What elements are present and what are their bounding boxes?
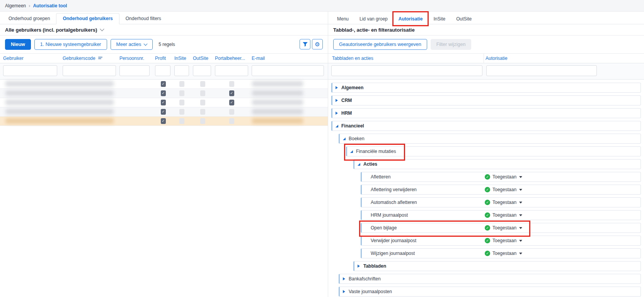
insite-checkbox[interactable]	[179, 109, 184, 115]
tree-node-afletteren[interactable]: Afletteren ✓ Toegestaan	[361, 172, 641, 182]
tree-node-boeken[interactable]: Boeken	[339, 134, 641, 144]
filter-button[interactable]	[300, 39, 310, 49]
filter-input-profit[interactable]	[155, 65, 170, 76]
filter-input-insite[interactable]	[174, 65, 189, 76]
profit-checkbox[interactable]	[161, 100, 166, 105]
tree-node-vaste-journaalposten[interactable]: Vaste journaalposten	[339, 287, 641, 297]
table-row[interactable]	[0, 80, 328, 89]
tab-onderhoud-groepen[interactable]: Onderhoud groepen	[2, 14, 56, 24]
new-button[interactable]: Nieuw	[5, 39, 31, 50]
chevron-expanded-icon[interactable]	[350, 150, 355, 153]
table-row[interactable]	[0, 89, 328, 98]
filter-input-gebruikerscode[interactable]	[63, 65, 116, 76]
portalbeheer-checkbox[interactable]	[229, 109, 234, 115]
chevron-right-icon[interactable]	[336, 112, 340, 115]
chevron-right-icon[interactable]	[343, 277, 348, 280]
tree-node-open-bijlage[interactable]: Open bijlage ✓ Toegestaan	[361, 223, 641, 233]
filter-input-persoonsnr[interactable]	[119, 65, 150, 76]
authorization-dropdown[interactable]: ✓ Toegestaan	[485, 174, 522, 180]
tree-node-hrm[interactable]: HRM	[331, 108, 641, 118]
outsite-checkbox[interactable]	[200, 118, 205, 124]
chevron-right-icon[interactable]	[336, 86, 340, 89]
show-authorized-users-button[interactable]: Geautoriseerde gebruikers weergeven	[333, 39, 427, 50]
chevron-expanded-icon[interactable]	[343, 137, 348, 140]
tree-node-aflettering-verwijderen[interactable]: Aflettering verwijderen ✓ Toegestaan	[361, 185, 641, 195]
column-header-insite[interactable]: InSite	[174, 56, 189, 61]
authorization-dropdown[interactable]: ✓ Toegestaan	[485, 187, 522, 192]
chevron-right-icon[interactable]	[358, 265, 362, 268]
authorization-dropdown[interactable]: ✓ Toegestaan	[485, 225, 522, 231]
column-header-email[interactable]: E-mail	[252, 56, 324, 61]
authorization-dropdown[interactable]: ✓ Toegestaan	[485, 200, 522, 205]
outsite-checkbox[interactable]	[200, 81, 205, 87]
tree-node-crm[interactable]: CRM	[331, 95, 641, 105]
tab-autorisatie[interactable]: Autorisatie	[395, 14, 427, 24]
filter-input-email[interactable]	[252, 65, 324, 76]
tree-node-bankafschriften[interactable]: Bankafschriften	[339, 274, 641, 284]
insite-checkbox[interactable]	[179, 90, 184, 96]
portalbeheer-checkbox[interactable]	[229, 118, 234, 124]
column-header-autorisatie[interactable]: Autorisatie	[486, 56, 508, 61]
chevron-expanded-icon[interactable]	[358, 163, 362, 166]
tab-insite[interactable]: InSite	[429, 14, 449, 24]
filter-input-outsite[interactable]	[193, 65, 211, 76]
view-selector[interactable]: Alle gebruikers (incl. portalgebruikers)	[0, 24, 328, 36]
outsite-checkbox[interactable]	[200, 109, 205, 115]
new-system-user-button[interactable]: 1. Nieuwe systeemgebruiker	[34, 39, 107, 50]
profit-checkbox[interactable]	[161, 118, 166, 124]
tree-node-wijzigen-journaalpost[interactable]: Wijzigen journaalpost ✓ Toegestaan	[361, 248, 641, 258]
column-header-gebruikerscode[interactable]: Gebruikerscode	[63, 56, 116, 61]
tab-onderhoud-filters[interactable]: Onderhoud filters	[119, 14, 167, 24]
profit-checkbox[interactable]	[161, 90, 166, 96]
tree-node-hrm-journaalpost[interactable]: HRM journaalpost ✓ Toegestaan	[361, 210, 641, 220]
table-row[interactable]	[0, 107, 328, 117]
insite-checkbox[interactable]	[179, 100, 184, 105]
column-header-gebruiker[interactable]: Gebruiker	[3, 56, 57, 61]
profit-checkbox[interactable]	[161, 81, 166, 87]
filter-input-portalbeheer[interactable]	[215, 65, 248, 76]
settings-button[interactable]: ⚙	[312, 39, 323, 49]
filter-input-tabbladen[interactable]	[331, 65, 482, 76]
table-row-selected[interactable]	[0, 117, 328, 126]
outsite-checkbox[interactable]	[200, 90, 205, 96]
tab-menu[interactable]: Menu	[333, 14, 353, 24]
portalbeheer-checkbox[interactable]	[229, 100, 234, 105]
tree-node-tabbladen[interactable]: Tabbladen	[353, 261, 641, 271]
breadcrumb-current[interactable]: Autorisatie tool	[33, 3, 67, 8]
portalbeheer-checkbox[interactable]	[229, 81, 234, 87]
authorization-dropdown[interactable]: ✓ Toegestaan	[485, 238, 522, 243]
profit-checkbox[interactable]	[161, 109, 166, 115]
tree-node-verwijder-journaalpost[interactable]: Verwijder journaalpost ✓ Toegestaan	[361, 236, 641, 246]
chevron-right-icon[interactable]	[343, 290, 348, 293]
filter-input-gebruiker[interactable]	[3, 65, 57, 76]
more-actions-button[interactable]: Meer acties	[111, 39, 153, 50]
breadcrumb-parent[interactable]: Algemeen	[5, 3, 26, 8]
tree-node-financieel[interactable]: Financieel	[331, 121, 641, 131]
insite-checkbox[interactable]	[179, 118, 184, 124]
insite-checkbox[interactable]	[179, 81, 184, 87]
filter-input-autorisatie[interactable]	[486, 65, 597, 76]
table-row[interactable]	[0, 98, 328, 107]
breadcrumb: Algemeen › Autorisatie tool	[0, 0, 644, 12]
chevron-expanded-icon[interactable]	[336, 125, 340, 127]
tree-node-algemeen[interactable]: Algemeen	[331, 83, 641, 93]
column-header-portalbeheer[interactable]: Portalbeheer...	[215, 56, 248, 61]
tab-onderhoud-gebruikers[interactable]: Onderhoud gebruikers	[56, 13, 119, 24]
gear-icon: ⚙	[315, 41, 320, 47]
chevron-right-icon[interactable]	[336, 99, 340, 102]
outsite-checkbox[interactable]	[200, 100, 205, 105]
left-tab-bar: Onderhoud groepen Onderhoud gebruikers O…	[0, 14, 328, 24]
column-header-outsite[interactable]: OutSite	[193, 56, 211, 61]
portalbeheer-checkbox[interactable]	[229, 90, 234, 96]
tab-lid-van-groep[interactable]: Lid van groep	[356, 14, 392, 24]
authorization-dropdown[interactable]: ✓ Toegestaan	[485, 212, 522, 218]
sort-icon[interactable]	[98, 57, 103, 60]
column-header-tabbladen-en-acties[interactable]: Tabbladen en acties	[332, 56, 373, 61]
tree-node-automatisch-afletteren[interactable]: Automatisch afletteren ✓ Toegestaan	[361, 197, 641, 207]
tree-node-financiele-mutaties[interactable]: Financiële mutaties	[346, 146, 641, 156]
column-header-persoonsnr[interactable]: Persoonsnr.	[119, 56, 150, 61]
column-header-profit[interactable]: Profit	[155, 56, 170, 61]
authorization-dropdown[interactable]: ✓ Toegestaan	[485, 251, 522, 256]
tree-node-acties[interactable]: Acties	[353, 159, 641, 169]
tab-outsite[interactable]: OutSite	[452, 14, 475, 24]
